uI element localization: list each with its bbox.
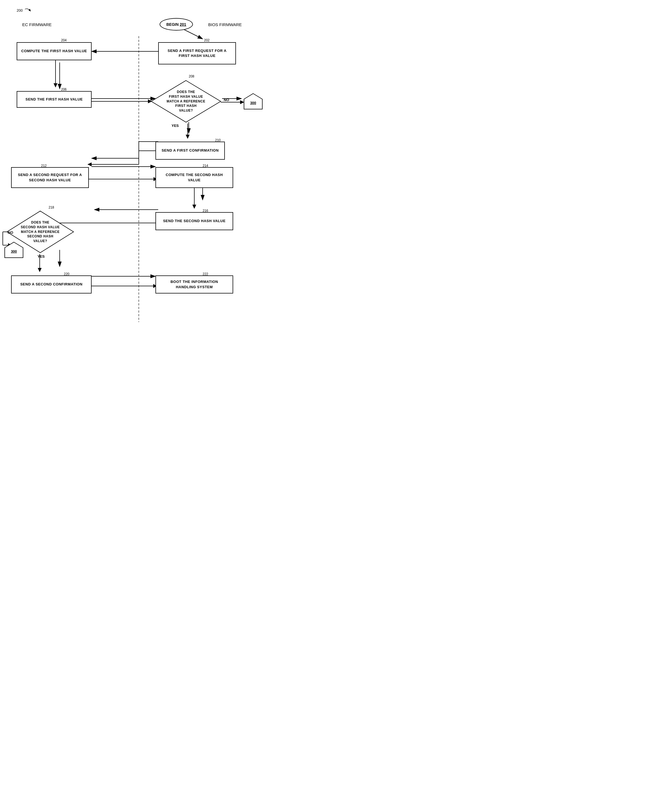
diagram-number: 200: [17, 8, 23, 13]
svg-marker-47: [38, 268, 42, 272]
node-210: SEND A FIRST CONFIRMATION: [155, 142, 225, 160]
node-216: SEND THE SECOND HASH VALUE: [155, 212, 233, 230]
ref-204: 204: [61, 38, 67, 42]
node-300b: 300: [4, 242, 24, 261]
flowchart-diagram: 200 EC FIRMWARE BIOS FIRMWARE BEGIN 201 …: [0, 0, 278, 328]
ref-202: 202: [204, 38, 210, 42]
ref-218: 218: [49, 205, 54, 209]
node-202: SEND A FIRST REQUEST FOR AFIRST HASH VAL…: [158, 42, 236, 64]
svg-marker-37: [192, 205, 196, 209]
node-214: COMPUTE THE SECOND HASHVALUE: [155, 167, 233, 188]
begin-node: BEGIN 201: [160, 18, 193, 30]
node-204: COMPUTE THE FIRST HASH VALUE: [17, 42, 91, 60]
yes-label-208: YES: [171, 123, 179, 128]
node-220: SEND A SECOND CONFIRMATION: [11, 276, 91, 293]
node-222: BOOT THE INFORMATIONHANDLING SYSTEM: [155, 276, 233, 293]
node-212: SEND A SECOND REQUEST FOR ASECOND HASH V…: [11, 167, 89, 188]
ref-208: 208: [189, 74, 194, 78]
bios-firmware-label: BIOS FIRMWARE: [208, 22, 242, 27]
svg-line-2: [183, 29, 203, 39]
node-208: DOES THEFIRST HASH VALUEMATCH A REFERENC…: [150, 79, 222, 123]
svg-marker-33: [88, 162, 91, 166]
ec-firmware-label: EC FIRMWARE: [22, 22, 52, 27]
svg-marker-29: [186, 135, 190, 139]
ref-206: 206: [61, 88, 67, 91]
node-206: SEND THE FIRST HASH VALUE: [17, 91, 91, 108]
node-300a: 300: [243, 93, 263, 112]
svg-marker-21: [54, 83, 58, 88]
